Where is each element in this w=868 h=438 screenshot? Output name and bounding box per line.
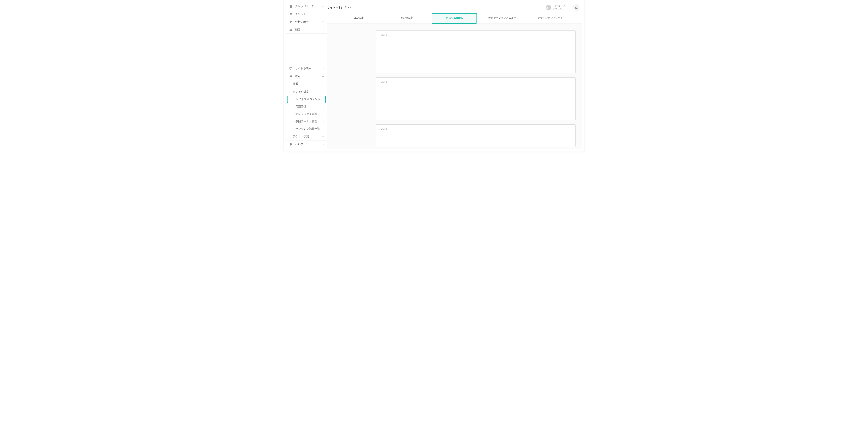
chevron-down-icon [322,5,324,8]
sidebar-item-label: チケット [295,12,322,16]
svg-text:?: ? [290,144,291,145]
user-menu[interactable]: 上ユ 上田 ユーザー オフライン [546,5,567,10]
chevron-right-icon [320,98,323,101]
avatar: 上ユ [546,5,551,10]
sidebar-item-ticket-settings[interactable]: チケット設定 [286,132,327,140]
tabs: SEO設定 その他設定 カスタムHTML ナビゲーションメニュー デザインテンプ… [327,12,582,24]
sidebar: ナレッジベース チケット 分析レポート [286,2,327,149]
chevron-right-icon [322,127,324,130]
svg-rect-1 [290,22,290,23]
sidebar-item-view-site[interactable]: サイトを表示 [286,65,327,72]
sidebar-item-label: ヘルプ [295,143,322,146]
sidebar-item-common[interactable]: 共通 [286,80,327,88]
sidebar-item-label: 共通 [293,82,322,86]
sidebar-item-label: ランキング除外一覧 [296,127,322,131]
sidebar-item-knowledge-settings[interactable]: ナレッジ設定 [286,88,327,96]
sidebar-item-help[interactable]: ? ヘルプ [286,140,327,148]
header: サイトマネジメント 上ユ 上田 ユーザー オフライン [327,2,582,12]
tab-custom-html[interactable]: カスタムHTML [431,12,478,23]
sidebar-item-label: 分析レポート [295,20,322,24]
sidebar-item-label: サイトマネジメント [296,98,320,101]
sidebar-item-label: サイトを表示 [295,67,322,70]
chevron-down-icon [322,135,324,138]
chevron-down-icon [322,13,324,15]
main-area: サイトマネジメント 上ユ 上田 ユーザー オフライン SEO設定 その [327,2,582,149]
user-name: 上田 ユーザー [553,5,567,7]
chevron-right-icon [322,143,324,146]
tab-label: カスタムHTML [446,16,463,20]
bell-icon [575,6,578,9]
chevron-right-icon [322,105,324,108]
user-status: オフライン [553,8,567,10]
sidebar-item-label: チケット設定 [293,135,322,138]
svg-point-4 [290,29,291,30]
custom-html-card-2 [376,77,576,120]
sidebar-item-reference-text[interactable]: 参照テキスト管理 [286,118,327,125]
sidebar-item-label: 参照テキスト管理 [296,120,322,123]
people-icon [288,28,293,31]
tab-label: ナビゲーションメニュー [488,16,516,20]
monitor-icon [288,67,293,70]
sidebar-item-label: 用語管理 [296,105,322,108]
tab-label: デザインテンプレート [537,16,563,20]
divider [571,5,571,10]
chevron-up-icon [322,75,324,77]
sidebar-item-customers[interactable]: 顧客 [286,26,327,34]
custom-html-textarea-1[interactable] [376,31,576,73]
custom-html-textarea-3[interactable] [376,125,576,147]
svg-rect-2 [291,21,291,23]
sidebar-item-knowledge-tag[interactable]: ナレッジタグ管理 [286,111,327,118]
chevron-up-icon [322,90,324,93]
chevron-down-icon [322,21,324,23]
sidebar-item-label: 顧客 [295,28,322,31]
help-icon: ? [288,143,293,146]
tab-seo[interactable]: SEO設定 [335,12,382,23]
sidebar-item-analytics[interactable]: 分析レポート [286,18,327,26]
tab-label: その他設定 [400,16,413,20]
sidebar-item-ranking-exclusion[interactable]: ランキング除外一覧 [286,125,327,132]
content-area [327,24,582,149]
gear-icon [288,75,293,78]
sidebar-item-settings[interactable]: 設定 [286,72,327,80]
tab-navigation-menu[interactable]: ナビゲーションメニュー [478,12,526,23]
sidebar-item-term-management[interactable]: 用語管理 [286,103,327,111]
chevron-right-icon [322,120,324,123]
chevron-right-icon [322,113,324,116]
tab-design-template[interactable]: デザインテンプレート [526,12,574,23]
sidebar-item-ticket[interactable]: チケット [286,10,327,18]
chat-icon [288,12,293,16]
sidebar-item-label: ナレッジタグ管理 [296,112,322,116]
chevron-right-icon [322,67,324,70]
svg-rect-6 [290,67,292,69]
chevron-right-icon [322,28,324,31]
custom-html-textarea-2[interactable] [376,77,576,120]
notifications-button[interactable] [573,4,580,11]
tab-other[interactable]: その他設定 [382,12,431,23]
tab-label: SEO設定 [353,16,364,20]
sidebar-item-label: 設定 [295,74,322,78]
page-title: サイトマネジメント [327,6,352,9]
active-tab-underline [434,23,474,23]
sidebar-item-site-management[interactable]: サイトマネジメント [287,96,326,103]
svg-point-5 [291,29,291,30]
sidebar-item-knowledge-base[interactable]: ナレッジベース [286,2,327,10]
custom-html-card-1 [376,30,576,73]
chevron-down-icon [322,83,324,85]
custom-html-card-3 [376,124,576,147]
document-icon [288,5,293,8]
chart-icon [288,20,293,24]
svg-rect-3 [291,22,291,23]
sidebar-item-label: ナレッジ設定 [293,90,322,94]
sidebar-item-label: ナレッジベース [295,5,322,8]
